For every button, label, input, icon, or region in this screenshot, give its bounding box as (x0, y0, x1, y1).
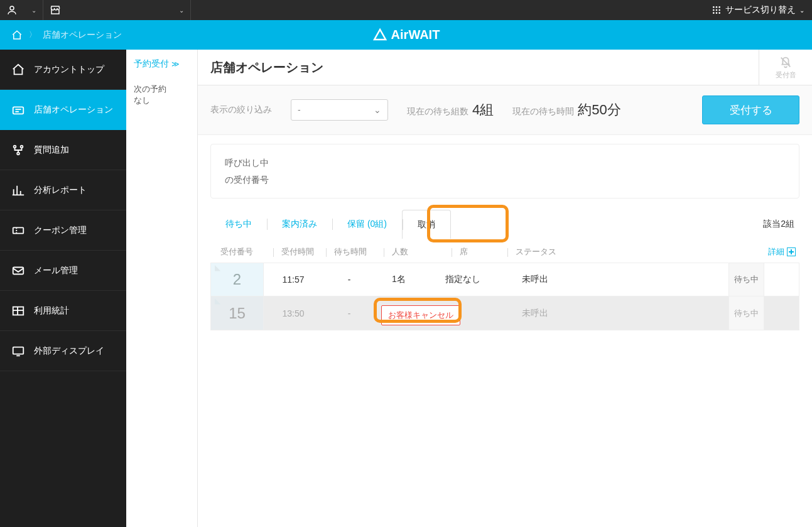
plus-icon (787, 247, 796, 256)
detail-expand[interactable]: 詳細 (768, 246, 796, 258)
cell-seat: 指定なし (422, 263, 504, 296)
svg-point-12 (21, 145, 23, 148)
home-icon (11, 63, 25, 77)
account-menu[interactable]: ⌄ (0, 0, 43, 20)
stat-value: 約50分 (578, 101, 620, 119)
breadcrumb: 〉 店舗オペレーション (0, 30, 122, 41)
svg-rect-14 (13, 227, 24, 233)
svg-point-2 (716, 6, 718, 8)
svg-point-0 (10, 6, 14, 10)
store-icon (50, 4, 61, 16)
cell-blank (764, 296, 799, 330)
flow-icon (11, 143, 25, 157)
sidebar-item-analytics[interactable]: 分析レポート (0, 170, 126, 210)
sidebar-item-label: アカウントトップ (34, 64, 104, 75)
filter-bar: 表示の絞り込み - ⌄ 現在の待ち組数 4組 現在の待ち時間 約50分 受付する (198, 85, 812, 135)
reservation-accept-link[interactable]: 予約受付 ≫ (134, 58, 190, 70)
col-time: 受付時間 (267, 246, 320, 258)
tab-done[interactable]: 案内済み (267, 210, 332, 239)
col-number: 受付番号 (220, 246, 267, 258)
chart-icon (11, 183, 25, 197)
main-area: 店舗オペレーション 受付音 表示の絞り込み - ⌄ 現在の待ち組数 4組 現在の… (198, 50, 812, 527)
table-row[interactable]: ◣2 11:57 - 1名 指定なし 未呼出 待ち中 (210, 263, 799, 296)
global-topbar: ⌄ ⌄ サービス切り替え ⌄ (0, 0, 812, 20)
sidebar-item-label: 分析レポート (34, 185, 87, 196)
sidebar-item-store-operation[interactable]: 店舗オペレーション (0, 90, 126, 130)
home-icon[interactable] (11, 30, 23, 41)
svg-point-11 (14, 145, 16, 148)
svg-point-3 (718, 6, 720, 8)
svg-point-6 (718, 9, 720, 11)
col-status: ステータス (501, 246, 563, 258)
sidebar-item-account-top[interactable]: アカウントトップ (0, 50, 126, 90)
sidebar-item-label: 外部ディスプレイ (34, 345, 104, 357)
sidebar-item-coupon[interactable]: クーポン管理 (0, 210, 126, 251)
ticket-icon (11, 103, 25, 117)
chevron-down-icon: ⌄ (374, 105, 381, 115)
cell-status: 未呼出 (504, 263, 566, 296)
brand-icon (372, 28, 387, 43)
grid-icon (712, 5, 722, 15)
main-header: 店舗オペレーション 受付音 (198, 50, 812, 85)
bookmark-icon: ◣ (215, 296, 220, 305)
svg-point-13 (17, 152, 19, 155)
store-menu[interactable]: ⌄ (43, 0, 191, 20)
chevron-down-icon: ⌄ (179, 7, 184, 14)
sidebar: アカウントトップ 店舗オペレーション 質問追加 分析レポート クーポン管理 メー… (0, 50, 126, 527)
sidebar-item-question-add[interactable]: 質問追加 (0, 130, 126, 170)
cell-time: 11:57 (264, 263, 323, 296)
alert-sound-label: 受付音 (776, 70, 796, 80)
cell-people: 1名 (376, 263, 422, 296)
sidebar-item-external-display[interactable]: 外部ディスプレイ (0, 331, 126, 371)
accept-button[interactable]: 受付する (702, 95, 799, 124)
button-label: 受付する (730, 103, 772, 117)
svg-point-1 (713, 6, 715, 8)
tab-hold[interactable]: 保留 (0組) (332, 210, 402, 239)
page-title: 店舗オペレーション (210, 59, 323, 76)
calling-panel: 呼び出し中 の受付番号 (210, 144, 799, 198)
detail-label: 詳細 (768, 246, 784, 258)
cell-action[interactable]: 待ち中 (728, 296, 764, 330)
table-row[interactable]: ◣15 13:50 - 未呼出 待ち中 (210, 296, 799, 330)
svg-point-5 (716, 9, 718, 11)
sidebar-item-label: メール管理 (34, 265, 78, 276)
calling-line2: の受付番号 (225, 171, 785, 188)
sidebar-item-label: 質問追加 (34, 144, 69, 156)
annotation-highlight (374, 298, 462, 323)
result-count: 該当2組 (763, 219, 799, 230)
svg-rect-17 (13, 347, 24, 354)
table-icon (11, 304, 25, 318)
tab-waiting[interactable]: 待ち中 (210, 210, 267, 239)
cell-number: ◣15 (211, 296, 264, 330)
filter-label: 表示の絞り込み (210, 104, 272, 116)
svg-point-8 (716, 12, 718, 14)
service-switcher[interactable]: サービス切り替え ⌄ (704, 0, 812, 20)
sidebar-item-usage-stats[interactable]: 利用統計 (0, 291, 126, 331)
app-header: 〉 店舗オペレーション AirWAIT (0, 20, 812, 50)
tab-label: 待ち中 (225, 219, 252, 230)
alert-sound-toggle[interactable]: 受付音 (759, 50, 812, 85)
svg-point-7 (713, 12, 715, 14)
sub-pane: 予約受付 ≫ 次の予約 なし (126, 50, 198, 527)
double-chevron-right-icon: ≫ (171, 60, 180, 68)
sidebar-item-mail[interactable]: メール管理 (0, 251, 126, 291)
dropdown-value: - (298, 105, 301, 115)
cell-blank (764, 263, 799, 296)
filter-dropdown[interactable]: - ⌄ (291, 99, 388, 121)
tab-label: 案内済み (282, 219, 317, 230)
tab-label: 保留 (0組) (347, 219, 387, 230)
cell-time: 13:50 (264, 296, 323, 330)
cell-wait: - (323, 263, 376, 296)
breadcrumb-current: 店舗オペレーション (43, 30, 122, 41)
bookmark-icon: ◣ (215, 263, 220, 272)
waiting-groups-stat: 現在の待ち組数 4組 (407, 101, 494, 119)
next-reservation-label: 次の予約 (134, 84, 190, 95)
svg-rect-10 (13, 107, 24, 114)
cell-action[interactable]: 待ち中 (728, 263, 764, 296)
breadcrumb-separator: 〉 (29, 30, 36, 40)
link-label: 予約受付 (134, 58, 169, 70)
chevron-down-icon: ⌄ (799, 7, 804, 14)
tab-cancel[interactable]: 取消 (402, 210, 451, 239)
calling-line1: 呼び出し中 (225, 155, 785, 171)
mail-icon (11, 264, 25, 278)
